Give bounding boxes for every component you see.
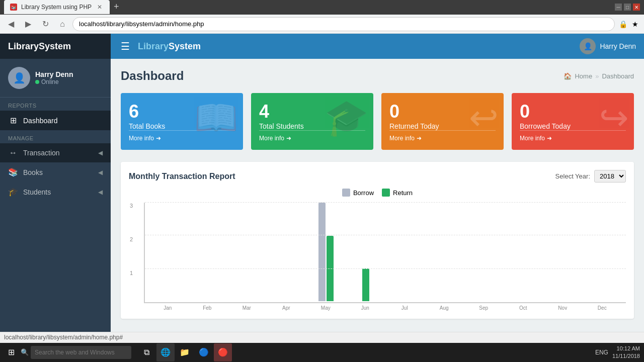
y-label-2: 2: [130, 236, 133, 242]
month-group-jul: [385, 203, 425, 302]
sidebar-item-books[interactable]: 📚 Books ◀: [0, 162, 111, 182]
borrow-legend-box: [342, 189, 350, 197]
app1-taskbar-icon[interactable]: 🔵: [195, 343, 213, 361]
top-nav-right: 👤 Harry Denn: [580, 38, 636, 54]
logo-text-library: Library: [8, 41, 39, 52]
x-label-may: May: [306, 305, 346, 311]
month-group-dec: [583, 203, 622, 302]
app-name-system: System: [169, 41, 201, 51]
month-group-mar: [228, 203, 267, 302]
sidebar-item-students-label: Students: [23, 188, 93, 196]
x-label-nov: Nov: [543, 305, 583, 311]
taskbar-right: ENG 10:12 AM 11/11/2018: [595, 345, 640, 359]
sidebar-item-students[interactable]: 🎓 Students ◀: [0, 182, 111, 202]
folder-taskbar-icon[interactable]: 📁: [176, 343, 194, 361]
y-label-3: 3: [130, 203, 133, 209]
sidebar-item-transaction[interactable]: ↔ Transaction ◀: [0, 143, 111, 162]
app2-taskbar-icon[interactable]: 🔴: [214, 343, 232, 361]
total-students-more-label: More info: [259, 135, 284, 142]
sidebar-item-dashboard-label: Dashboard: [23, 117, 103, 125]
x-label-oct: Oct: [504, 305, 543, 311]
x-label-dec: Dec: [583, 305, 622, 311]
nav-bar: ◀ ▶ ↻ ⌂ 🔒 ★: [0, 15, 644, 34]
total-students-more-arrow: ➜: [286, 135, 291, 142]
refresh-button[interactable]: ↻: [38, 17, 52, 31]
nav-icons: 🔒 ★: [618, 19, 640, 29]
month-group-feb: [188, 203, 227, 302]
borrowed-today-more-label: More info: [520, 135, 545, 142]
y-axis: 3 2 1: [130, 203, 133, 303]
students-arrow-icon: ◀: [98, 189, 103, 196]
hamburger-icon[interactable]: ☰: [119, 38, 132, 54]
taskbar-search-input[interactable]: [31, 346, 131, 359]
month-group-jun: [346, 203, 385, 302]
app-name-library: Library: [138, 41, 169, 51]
books-arrow-icon: ◀: [98, 169, 103, 176]
status-dot-online: [35, 80, 39, 84]
total-students-icon: 🎓: [325, 97, 368, 138]
transaction-icon: ↔: [8, 148, 18, 157]
status-url: localhost/library/libsystem/admin/home.p…: [4, 334, 123, 341]
month-group-sep: [464, 203, 504, 302]
user-status: Online: [35, 78, 73, 85]
x-axis: JanFebMarAprMayJunJulAugSepOctNovDec: [144, 303, 626, 311]
sidebar-item-dashboard[interactable]: ⊞ Dashboard: [0, 111, 111, 130]
total-books-more-label: More info: [129, 135, 154, 142]
tab-favicon: 📚: [10, 4, 17, 11]
page-title: Dashboard: [121, 69, 184, 83]
stat-card-total-books: 6 Total Books 📖 More info ➜: [121, 93, 243, 150]
content-area: ☰ LibrarySystem 👤 Harry Denn Dashboard: [111, 34, 644, 332]
grid-line-1: [145, 268, 626, 269]
x-label-mar: Mar: [227, 305, 267, 311]
app-container: LibrarySystem 👤 Harry Denn Online REPORT…: [0, 34, 644, 332]
taskbar-icons: ⧉ 🌐 📁 🔵 🔴: [137, 343, 593, 361]
back-button[interactable]: ◀: [4, 17, 18, 31]
taskbar-time: 10:12 AM 11/11/2018: [612, 345, 640, 359]
month-group-nov: [543, 203, 582, 302]
maximize-button[interactable]: □: [624, 4, 631, 11]
tab-title: Library System using PHP: [21, 4, 92, 11]
stat-card-borrowed-today: 0 Borrowed Today ↪ More info ➜: [512, 93, 634, 150]
title-bar: 📚 Library System using PHP ✕ + ─ □ ✕: [0, 0, 644, 15]
taskbar-search-area: 🔍: [21, 346, 131, 359]
tab-close-button[interactable]: ✕: [96, 3, 104, 11]
status-bar: localhost/library/libsystem/admin/home.p…: [0, 332, 644, 342]
sidebar-user-name: Harry Denn: [35, 70, 73, 78]
total-books-more-arrow: ➜: [156, 135, 161, 142]
x-label-jan: Jan: [148, 305, 188, 311]
logo-text-system: System: [39, 41, 71, 52]
minimize-button[interactable]: ─: [615, 4, 622, 11]
status-label: Online: [41, 78, 59, 85]
borrowed-today-icon: ↪: [599, 97, 629, 138]
new-tab-button[interactable]: +: [114, 2, 119, 12]
forward-button[interactable]: ▶: [21, 17, 35, 31]
reports-section-label: REPORTS: [0, 98, 111, 111]
borrow-legend-label: Borrow: [353, 189, 374, 197]
x-label-aug: Aug: [425, 305, 464, 311]
close-button[interactable]: ✕: [633, 4, 640, 11]
legend-return: Return: [382, 189, 413, 197]
x-label-apr: Apr: [267, 305, 306, 311]
breadcrumb-separator: »: [595, 72, 599, 80]
month-group-jan: [149, 203, 188, 302]
avatar: 👤: [8, 67, 30, 89]
home-button[interactable]: ⌂: [55, 17, 69, 31]
taskbar-lang: ENG: [595, 349, 608, 356]
year-dropdown[interactable]: 2018 2017 2016: [594, 170, 626, 183]
task-view-icon[interactable]: ⧉: [137, 343, 155, 361]
top-nav: ☰ LibrarySystem 👤 Harry Denn: [111, 34, 644, 59]
chart-title: Monthly Transaction Report: [129, 172, 235, 181]
user-nav-name: Harry Denn: [600, 42, 636, 50]
chart-header: Monthly Transaction Report Select Year: …: [129, 170, 626, 183]
month-group-may: [306, 203, 346, 302]
taskbar-time-value: 10:12 AM: [612, 345, 640, 352]
chrome-taskbar-icon[interactable]: 🌐: [156, 343, 175, 361]
breadcrumb: 🏠 Home » Dashboard: [564, 72, 634, 80]
stat-card-returned-today: 0 Returned Today ↩ More info ➜: [381, 93, 504, 150]
breadcrumb-home-icon: 🏠: [564, 72, 572, 80]
return-legend-label: Return: [393, 189, 413, 197]
browser-tab[interactable]: 📚 Library System using PHP ✕: [4, 0, 110, 14]
bookmark-icon[interactable]: ★: [630, 19, 640, 29]
address-bar[interactable]: [72, 17, 615, 31]
start-button[interactable]: ⊞: [4, 345, 19, 359]
